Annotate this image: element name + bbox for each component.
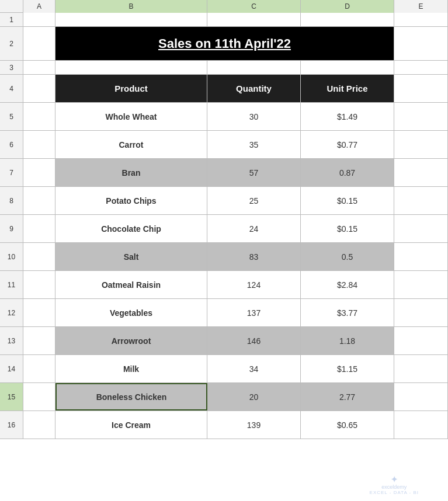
cell-5a[interactable] xyxy=(23,103,55,130)
cell-12c[interactable]: 137 xyxy=(207,299,301,326)
row-num-15[interactable]: 15 xyxy=(0,383,23,411)
cell-1c[interactable] xyxy=(207,13,301,26)
cell-9b[interactable]: Chocolate Chip xyxy=(55,215,207,242)
row-num-6[interactable]: 6 xyxy=(0,131,23,159)
row-num-7[interactable]: 7 xyxy=(0,159,23,187)
cell-5d[interactable]: $1.49 xyxy=(301,103,394,130)
row-num-1[interactable]: 1 xyxy=(0,13,23,27)
cell-1e[interactable] xyxy=(394,13,448,26)
cell-6e[interactable] xyxy=(394,131,448,158)
row-num-8[interactable]: 8 xyxy=(0,187,23,215)
cell-3d[interactable] xyxy=(301,61,394,74)
cell-8b[interactable]: Potato Chips xyxy=(55,187,207,214)
cell-15e[interactable] xyxy=(394,383,448,410)
cell-9a[interactable] xyxy=(23,215,55,242)
col-header-c[interactable]: C xyxy=(207,0,301,13)
cell-15a[interactable] xyxy=(23,383,55,410)
cell-13d[interactable]: 1.18 xyxy=(301,327,394,354)
cell-8d[interactable]: $0.15 xyxy=(301,187,394,214)
cell-9d[interactable]: $0.15 xyxy=(301,215,394,242)
row-num-2[interactable]: 2 xyxy=(0,27,23,61)
cell-14c[interactable]: 34 xyxy=(207,355,301,382)
col-header-d[interactable]: D xyxy=(301,0,394,13)
cell-9c[interactable]: 24 xyxy=(207,215,301,242)
cell-13b[interactable]: Arrowroot xyxy=(55,327,207,354)
cell-8e[interactable] xyxy=(394,187,448,214)
cell-11d[interactable]: $2.84 xyxy=(301,271,394,298)
row-num-4[interactable]: 4 xyxy=(0,75,23,103)
cell-14d[interactable]: $1.15 xyxy=(301,355,394,382)
cell-13c[interactable]: 146 xyxy=(207,327,301,354)
cell-10d[interactable]: 0.5 xyxy=(301,243,394,270)
cell-15d[interactable]: 2.77 xyxy=(301,383,394,410)
cell-13e[interactable] xyxy=(394,327,448,354)
cell-1d[interactable] xyxy=(301,13,394,26)
cell-12b[interactable]: Vegetables xyxy=(55,299,207,326)
row-num-3[interactable]: 3 xyxy=(0,61,23,75)
row-num-13[interactable]: 13 xyxy=(0,327,23,355)
cell-8c[interactable]: 25 xyxy=(207,187,301,214)
cell-2a[interactable] xyxy=(23,27,55,60)
cell-16a[interactable] xyxy=(23,411,55,439)
col-header-e[interactable]: E xyxy=(394,0,448,13)
cell-16e[interactable] xyxy=(394,411,448,439)
cell-8a[interactable] xyxy=(23,187,55,214)
cell-3c[interactable] xyxy=(207,61,301,74)
cell-7d[interactable]: 0.87 xyxy=(301,159,394,186)
cell-10e[interactable] xyxy=(394,243,448,270)
cell-12a[interactable] xyxy=(23,299,55,326)
cell-10a[interactable] xyxy=(23,243,55,270)
row-num-14[interactable]: 14 xyxy=(0,355,23,383)
row-num-10[interactable]: 10 xyxy=(0,243,23,271)
header-quantity[interactable]: Quantity xyxy=(207,75,301,102)
title-cell[interactable]: Sales on 11th April'22 xyxy=(55,27,394,60)
cell-1b[interactable] xyxy=(55,13,207,26)
cell-11b[interactable]: Oatmeal Raisin xyxy=(55,271,207,298)
cell-15b[interactable]: Boneless Chicken xyxy=(55,383,207,410)
cell-5e[interactable] xyxy=(394,103,448,130)
cell-16d[interactable]: $0.65 xyxy=(301,411,394,439)
cell-1a[interactable] xyxy=(23,13,55,26)
row-num-11[interactable]: 11 xyxy=(0,271,23,299)
header-unit-price[interactable]: Unit Price xyxy=(301,75,394,102)
cell-6b[interactable]: Carrot xyxy=(55,131,207,158)
row-num-9[interactable]: 9 xyxy=(0,215,23,243)
cell-16c[interactable]: 139 xyxy=(207,411,301,439)
cell-7e[interactable] xyxy=(394,159,448,186)
cell-7c[interactable]: 57 xyxy=(207,159,301,186)
cell-4a[interactable] xyxy=(23,75,55,102)
cell-12e[interactable] xyxy=(394,299,448,326)
cell-12d[interactable]: $3.77 xyxy=(301,299,394,326)
cell-7b[interactable]: Bran xyxy=(55,159,207,186)
header-product[interactable]: Product xyxy=(55,75,207,102)
cell-11e[interactable] xyxy=(394,271,448,298)
cell-15c[interactable]: 20 xyxy=(207,383,301,410)
cell-14b[interactable]: Milk xyxy=(55,355,207,382)
grid-row-12: Vegetables137$3.77 xyxy=(23,299,448,327)
cell-9e[interactable] xyxy=(394,215,448,242)
cell-10c[interactable]: 83 xyxy=(207,243,301,270)
cell-3b[interactable] xyxy=(55,61,207,74)
cell-3e[interactable] xyxy=(394,61,448,74)
cell-13a[interactable] xyxy=(23,327,55,354)
cell-6c[interactable]: 35 xyxy=(207,131,301,158)
cell-11a[interactable] xyxy=(23,271,55,298)
cell-14a[interactable] xyxy=(23,355,55,382)
cell-10b[interactable]: Salt xyxy=(55,243,207,270)
col-header-b[interactable]: B xyxy=(55,0,207,13)
cell-14e[interactable] xyxy=(394,355,448,382)
row-num-5[interactable]: 5 xyxy=(0,103,23,131)
col-header-a[interactable]: A xyxy=(23,0,55,13)
cell-6d[interactable]: $0.77 xyxy=(301,131,394,158)
cell-5c[interactable]: 30 xyxy=(207,103,301,130)
row-num-12[interactable]: 12 xyxy=(0,299,23,327)
cell-11c[interactable]: 124 xyxy=(207,271,301,298)
row-num-16[interactable]: 16 xyxy=(0,411,23,439)
cell-4e[interactable] xyxy=(394,75,448,102)
cell-5b[interactable]: Whole Wheat xyxy=(55,103,207,130)
cell-7a[interactable] xyxy=(23,159,55,186)
cell-16b[interactable]: Ice Cream xyxy=(55,411,207,439)
cell-3a[interactable] xyxy=(23,61,55,74)
cell-6a[interactable] xyxy=(23,131,55,158)
cell-2e[interactable] xyxy=(394,27,448,60)
